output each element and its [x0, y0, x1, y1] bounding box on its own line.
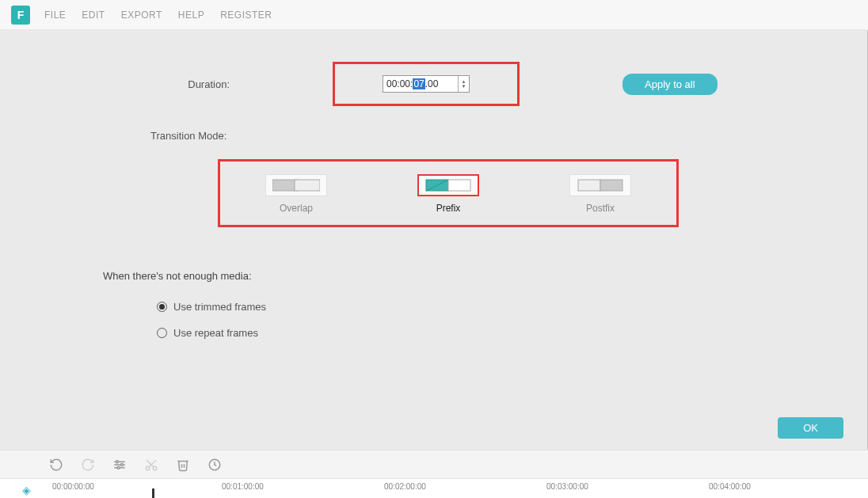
- svg-rect-1: [295, 180, 320, 191]
- svg-rect-4: [448, 180, 470, 191]
- app-logo: F: [11, 6, 30, 25]
- undo-icon[interactable]: [49, 458, 63, 472]
- transition-mode-label: Transition Mode:: [0, 130, 867, 142]
- timeline-mark: 00:04:00:00: [709, 482, 751, 491]
- menu-help[interactable]: HELP: [178, 10, 204, 21]
- menu-edit[interactable]: EDIT: [82, 10, 105, 21]
- sliders-icon[interactable]: [112, 458, 127, 472]
- transition-overlap-label: Overlap: [265, 203, 327, 214]
- timeline-handle-icon[interactable]: ◈: [22, 484, 31, 496]
- media-fallback-section: When there's not enough media: Use trimm…: [0, 270, 867, 339]
- redo-icon[interactable]: [81, 458, 95, 472]
- overlap-icon: [265, 174, 327, 196]
- transition-prefix[interactable]: Prefix: [417, 174, 479, 214]
- svg-rect-5: [578, 180, 600, 191]
- timeline-mark: 00:00:00:00: [52, 482, 94, 491]
- timeline-toolbar: [0, 450, 868, 478]
- svg-rect-0: [272, 180, 298, 191]
- svg-point-10: [116, 460, 119, 462]
- transition-postfix-label: Postfix: [569, 203, 631, 214]
- radio-repeat-frames[interactable]: Use repeat frames: [157, 327, 867, 339]
- menubar: F FILE EDIT EXPORT HELP REGISTER: [0, 0, 868, 30]
- transition-highlight-box: Overlap Prefix Postfix: [218, 159, 679, 227]
- menu-file[interactable]: FILE: [44, 10, 66, 21]
- menu-register[interactable]: REGISTER: [220, 10, 272, 21]
- duration-label: Duration:: [0, 78, 246, 90]
- duration-pre: 00:00:: [386, 78, 413, 89]
- svg-point-12: [117, 466, 120, 469]
- apply-to-all-button[interactable]: Apply to all: [622, 74, 718, 95]
- radio-repeat-icon: [157, 328, 167, 338]
- radio-repeat-label: Use repeat frames: [173, 327, 258, 339]
- timeline-playhead[interactable]: [152, 488, 154, 498]
- media-fallback-heading: When there's not enough media:: [103, 270, 867, 282]
- spinner-arrows-icon[interactable]: ▲▼: [458, 76, 469, 92]
- svg-rect-6: [600, 180, 622, 191]
- menu-export[interactable]: EXPORT: [121, 10, 162, 21]
- timeline-mark: 00:01:00:00: [222, 482, 264, 491]
- duration-highlight-box: 00:00:07.00 ▲▼: [333, 62, 520, 106]
- postfix-icon: [569, 174, 631, 196]
- transition-overlap[interactable]: Overlap: [265, 174, 327, 214]
- duration-selected: 07: [413, 78, 424, 89]
- timeline-ruler[interactable]: ◈ 00:00:00:00 00:01:00:00 00:02:00:00 00…: [0, 478, 868, 498]
- svg-point-11: [121, 463, 124, 466]
- radio-trimmed-label: Use trimmed frames: [173, 301, 266, 313]
- settings-panel: Duration: 00:00:07.00 ▲▼ Apply to all Tr…: [0, 30, 868, 450]
- prefix-icon: [417, 174, 479, 196]
- ok-button[interactable]: OK: [778, 417, 843, 439]
- transition-postfix[interactable]: Postfix: [569, 174, 631, 214]
- duration-spinner[interactable]: 00:00:07.00 ▲▼: [383, 75, 470, 93]
- duration-post: .00: [425, 78, 439, 89]
- transition-prefix-label: Prefix: [417, 203, 479, 214]
- radio-trimmed-icon: [157, 302, 167, 312]
- radio-trimmed-frames[interactable]: Use trimmed frames: [157, 301, 867, 313]
- timeline-mark: 00:02:00:00: [384, 482, 426, 491]
- timeline-mark: 00:03:00:00: [546, 482, 588, 491]
- trash-icon[interactable]: [176, 458, 190, 472]
- cut-icon[interactable]: [144, 458, 158, 472]
- history-icon[interactable]: [207, 458, 222, 472]
